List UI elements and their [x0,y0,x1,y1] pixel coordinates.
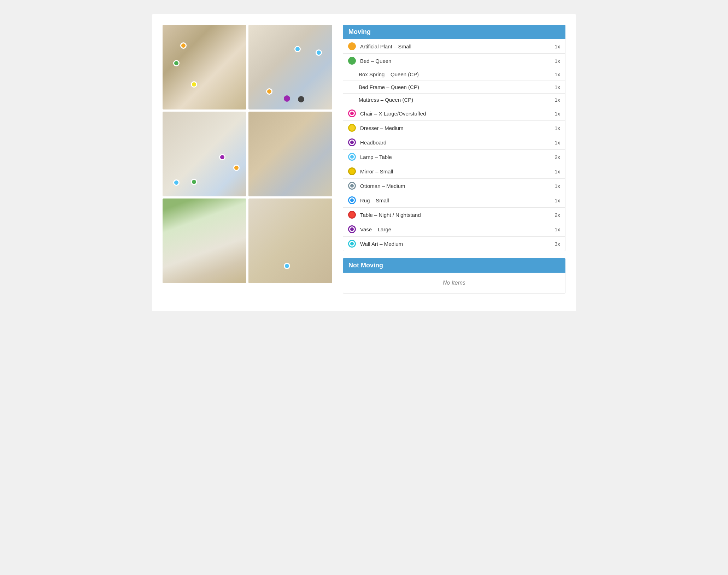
item-name: Rug – Small [360,197,551,203]
dot-purple-p3 [219,154,225,160]
item-qty: 1x [554,111,560,117]
item-qty: 1x [554,226,560,232]
dot-green-p1 [173,60,180,66]
moving-section: Moving Artificial Plant – Small 1x Bed –… [343,25,565,251]
dot-bed-queen [348,57,356,65]
item-name: Ottoman – Medium [360,183,551,189]
not-moving-section: Not Moving No Items [343,258,565,294]
item-row: Chair – X Large/Overstuffed 1x [343,106,565,121]
item-row: Wall Art – Medium 3x [343,237,565,251]
not-moving-items-table: No Items [343,273,565,294]
item-name: Vase – Large [360,226,551,232]
moving-header: Moving [343,25,565,39]
item-name: Dresser – Medium [360,125,551,131]
dot-orange-p2 [266,88,272,95]
photo-2 [248,25,332,109]
dot-purple-p2 [284,95,290,102]
item-row: Bed – Queen 1x [343,54,565,68]
item-qty: 1x [554,125,560,131]
items-panel: Moving Artificial Plant – Small 1x Bed –… [343,25,565,301]
item-name: Artificial Plant – Small [360,43,551,49]
item-name: Bed – Queen [360,58,551,64]
dot-blue-p3 [173,179,180,186]
item-name: Wall Art – Medium [360,241,551,247]
dot-dresser [348,124,356,132]
item-row: Lamp – Table 2x [343,150,565,164]
item-qty: 1x [554,43,560,49]
item-row: Mirror – Small 1x [343,164,565,179]
dot-ottoman [348,182,356,190]
photo-6 [248,198,332,283]
item-name: Lamp – Table [360,154,551,160]
dot-headboard [348,138,356,146]
photo-3 [163,112,246,196]
dot-chair [348,109,356,117]
item-row-sub: Mattress – Queen (CP) 1x [343,94,565,106]
no-items-text: No Items [343,273,565,293]
item-row: Table – Night / Nightstand 2x [343,208,565,222]
item-qty: 1x [554,71,560,77]
item-qty: 1x [554,140,560,146]
dot-wall-art [348,240,356,248]
item-row-sub: Box Spring – Queen (CP) 1x [343,68,565,81]
dot-orange-p3 [233,165,240,171]
dot-dark-p2 [298,96,304,102]
dot-vase [348,225,356,233]
item-name: Box Spring – Queen (CP) [359,71,551,77]
item-row: Ottoman – Medium 1x [343,179,565,193]
item-name: Headboard [360,140,551,146]
dot-rug [348,196,356,204]
photo-5 [163,198,246,283]
main-container: Moving Artificial Plant – Small 1x Bed –… [152,14,576,311]
dot-blue-p6 [284,263,290,269]
item-name: Bed Frame – Queen (CP) [359,84,551,90]
dot-lamp [348,153,356,161]
item-row: Artificial Plant – Small 1x [343,39,565,54]
dot-blue2-p2 [316,49,322,56]
item-name: Chair – X Large/Overstuffed [360,111,551,117]
dot-orange-p1 [180,42,187,49]
item-row: Dresser – Medium 1x [343,121,565,135]
item-qty: 1x [554,84,560,90]
item-name: Mirror – Small [360,168,551,174]
dot-blue1-p2 [294,46,301,52]
dot-yellow-p1 [191,81,197,88]
dot-green-p3 [191,179,197,185]
dot-mirror [348,167,356,175]
dot-table-night [348,211,356,219]
moving-items-table: Artificial Plant – Small 1x Bed – Queen … [343,39,565,251]
item-qty: 2x [554,212,560,218]
item-qty: 1x [554,197,560,203]
photos-grid [163,25,332,301]
item-name: Table – Night / Nightstand [360,212,551,218]
item-name: Mattress – Queen (CP) [359,97,551,103]
photo-4 [248,112,332,196]
item-row: Headboard 1x [343,135,565,150]
photo-1 [163,25,246,109]
item-qty: 3x [554,241,560,247]
dot-artificial-plant [348,42,356,50]
item-qty: 1x [554,168,560,174]
item-row: Vase – Large 1x [343,222,565,237]
item-row: Rug – Small 1x [343,193,565,208]
item-qty: 2x [554,154,560,160]
item-qty: 1x [554,97,560,103]
item-qty: 1x [554,183,560,189]
item-qty: 1x [554,58,560,64]
not-moving-header: Not Moving [343,258,565,273]
item-row-sub: Bed Frame – Queen (CP) 1x [343,81,565,94]
